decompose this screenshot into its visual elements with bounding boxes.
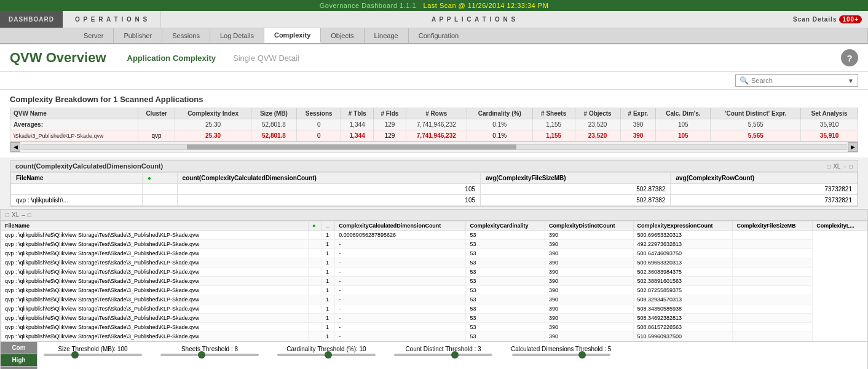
row-size: 52,801.8 [251,130,296,141]
calc-dim-slider-track[interactable] [512,354,610,356]
table-row: qvp : \qlikpublish\e$\QlikView Storage\T… [1,258,867,268]
scroll-thumb[interactable] [187,145,516,149]
count-distinct-slider-track[interactable] [394,354,492,356]
row-sheets: 1,155 [532,130,575,141]
high-button[interactable]: High [1,354,37,367]
cardinality-slider-track[interactable] [277,354,376,356]
widget-title: count(ComplexityCalculatedDimensionCount… [15,162,827,170]
scroll-track[interactable] [22,144,846,150]
bottom-col-filename: FileName [1,221,309,231]
scroll-left-arrow[interactable]: ◀ [10,142,20,152]
bottom-icon-minimize[interactable]: – [22,212,25,218]
row-calc-dims: 105 [656,130,711,141]
bottom-col-expression: ComplexityExpressionCount [633,221,733,231]
avg-count-distinct: 5,565 [711,119,801,130]
horizontal-scrollbar[interactable]: ◀ ▶ [10,141,858,153]
subnav-single-qvw[interactable]: Single QVW Detail [224,52,308,64]
tab-log-details[interactable]: Log Details [210,28,264,43]
tab-lineage[interactable]: Lineage [365,28,409,43]
tab-complexity[interactable]: Complexity [264,28,321,43]
widget-icons: □ XL – □ [827,163,853,170]
bottom-table-container[interactable]: FileName ● _ ComplexityCalculatedDimensi… [1,221,867,341]
search-input[interactable] [751,77,845,84]
search-dropdown-arrow[interactable]: ▼ [848,77,854,84]
row-set-analysis: 35,910 [801,130,858,141]
breakdown-section: Complexity Breakdown for 1 Scanned Appli… [0,90,868,157]
size-slider-thumb[interactable] [71,351,79,359]
page-header: QVW Overview Application Complexity Sing… [0,44,868,72]
widget-total-rows: 73732821 [671,184,858,195]
avg-objects: 23,520 [575,119,620,130]
tab-publisher[interactable]: Publisher [114,28,162,43]
widget-row-total: 105 502.87382 73732821 [11,184,858,195]
tab-objects[interactable]: Objects [321,28,364,43]
complex-button2[interactable]: Co... [1,367,37,369]
widget-col-filename: FileName [11,173,143,184]
widget-col-avg-size: avg(ComplexityFileSizeMB) [481,173,671,184]
bottom-col-last: ComplexityL... [813,221,867,231]
col-qvw-name: QVW Name [10,108,138,119]
dashboard-button[interactable]: DASHBOARD [0,11,63,28]
widget-header: count(ComplexityCalculatedDimensionCount… [10,161,858,172]
table-row: \Skade\3_Published\KLP-Skade.qvw qvp 25.… [10,130,858,141]
widget-icon-minimize[interactable]: – [843,163,846,170]
size-threshold: Size Threshold (MB): 100 [44,346,142,356]
bottom-col-dim-count: ComplexityCalculatedDimensionCount [335,221,466,231]
tab-sessions[interactable]: Sessions [162,28,210,43]
col-sessions: Sessions [296,108,341,119]
avg-expr: 390 [620,119,656,130]
sheets-threshold: Sheets Threshold : 8 [160,346,259,356]
table-row: qvp : \qlikpublish\e$\QlikView Storage\T… [1,240,867,249]
widget-total-count: 105 [177,184,480,195]
search-box: 🔍 ▼ [735,74,858,87]
bottom-icon-xl[interactable]: XL [12,212,19,218]
calc-dim-slider-thumb[interactable] [578,351,586,359]
top-bar: Governance Dashboard 1.1.1 Last Scan @ 1… [0,0,868,11]
col-sheets: # Sheets [532,108,575,119]
table-row: qvp : \qlikpublish\e$\QlikView Storage\T… [1,286,867,295]
sheets-threshold-label: Sheets Threshold : 8 [181,346,238,352]
tab-configuration[interactable]: Configuration [409,28,868,43]
col-cluster: Cluster [138,108,175,119]
calc-dim-threshold-label: Calculated Dimensions Threshold : 5 [511,346,611,352]
count-distinct-slider-thumb[interactable] [451,351,459,359]
sub-nav: Application Complexity Single QVW Detail [119,52,308,64]
subnav-app-complexity[interactable]: Application Complexity [119,52,224,64]
table-row: qvp : \qlikpublish\e$\QlikView Storage\T… [1,323,867,332]
app-title: Governance Dashboard 1.1.1 [320,2,416,9]
row-sessions: 0 [296,130,341,141]
tab-server[interactable]: Server [74,28,114,43]
avg-complexity: 25.30 [175,119,251,130]
widget-icon-xl[interactable]: XL [833,163,840,170]
side-buttons: Com High Co... [1,342,37,369]
size-slider-track[interactable] [44,354,142,356]
averages-row: Averages: 25.30 52,801.8 0 1,344 129 7,7… [10,119,858,130]
widget-qvp-filename: qvp : \qlikpublish\... [11,195,143,206]
complexity-button[interactable]: Com [1,342,37,354]
help-button[interactable]: ? [841,49,858,66]
avg-size: 52,801.8 [251,119,296,130]
sheets-slider-thumb[interactable] [198,351,205,359]
table-row: qvp : \qlikpublish\e$\QlikView Storage\T… [1,249,867,258]
averages-label: Averages: [10,119,138,130]
bottom-icon-close[interactable]: □ [28,212,31,218]
scan-badge[interactable]: 100+ [839,15,862,23]
cardinality-slider-thumb[interactable] [325,351,332,359]
row-flds: 129 [374,130,406,141]
page-title: QVW Overview [10,50,106,66]
scroll-right-arrow[interactable]: ▶ [848,142,858,152]
bottom-icon-square[interactable]: □ [6,212,9,218]
table-row: qvp : \qlikpublish\e$\QlikView Storage\T… [1,231,867,240]
sheets-slider-track[interactable] [160,354,259,356]
widget-icon-square[interactable]: □ [827,163,831,170]
col-rows: # Rows [406,108,467,119]
col-calc-dims: Calc. Dim's. [656,108,711,119]
widget-icon-close[interactable]: □ [849,163,853,170]
tab-row: Server Publisher Sessions Log Details Co… [0,28,868,44]
row-name: \Skade\3_Published\KLP-Skade.qvw [10,130,138,141]
avg-set-analysis: 35,910 [801,119,858,130]
widget-col-count: count(ComplexityCalculatedDimensionCount… [177,173,480,184]
table-row: qvp : \qlikpublish\e$\QlikView Storage\T… [1,277,867,286]
table-row: qvp : \qlikpublish\e$\QlikView Storage\T… [1,314,867,323]
cardinality-threshold: Cardinality Threshold (%): 10 [277,346,376,356]
